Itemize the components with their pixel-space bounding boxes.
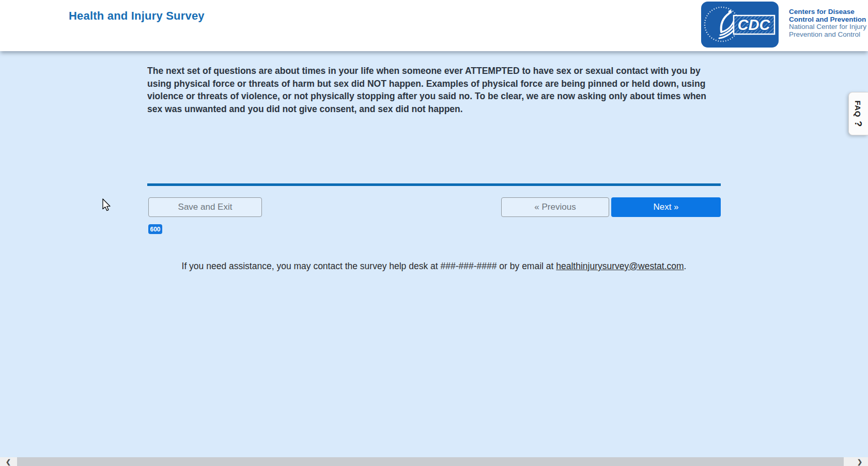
save-and-exit-button[interactable]: Save and Exit [148, 197, 262, 217]
faq-tab-rotated-text: FAQ ? [853, 101, 864, 127]
scroll-right-arrow-icon[interactable]: ❯ [854, 457, 866, 466]
survey-intro-text: The next set of questions are about time… [147, 65, 721, 115]
help-text-before-phone: If you need assistance, you may contact … [182, 261, 441, 271]
cdc-center-line2: Prevention and Control [789, 31, 866, 39]
cdc-org-line2: Control and Prevention [789, 16, 866, 24]
help-email-link[interactable]: healthinjurysurvey@westat.com [556, 261, 684, 271]
cdc-center-line1: National Center for Injury [789, 23, 866, 31]
survey-content: The next set of questions are about time… [147, 51, 721, 457]
question-mark-icon: ? [853, 121, 864, 127]
question-number-badge: 600 [148, 224, 162, 234]
header: Health and Injury Survey CDC Centers f [0, 0, 868, 51]
faq-tab-label: FAQ [854, 101, 863, 117]
cdc-logo-icon: CDC [701, 2, 779, 48]
page-title: Health and Injury Survey [69, 9, 205, 23]
help-phone: ###-###-#### [441, 261, 497, 271]
help-desk-text: If you need assistance, you may contact … [147, 261, 721, 272]
cdc-acronym-box: CDC [734, 15, 774, 34]
cdc-org-text: Centers for Disease Control and Preventi… [789, 8, 866, 38]
help-text-between: or by email at [497, 261, 556, 271]
horizontal-scrollbar[interactable]: ❮ ❯ [0, 457, 868, 466]
cdc-org-line1: Centers for Disease [789, 8, 866, 16]
scroll-left-arrow-icon[interactable]: ❮ [2, 457, 14, 466]
mouse-cursor-icon [101, 198, 113, 212]
section-divider [147, 183, 721, 186]
previous-button[interactable]: « Previous [501, 197, 609, 217]
cdc-acronym-text: CDC [738, 17, 771, 33]
scrollbar-thumb[interactable] [17, 457, 844, 466]
faq-tab[interactable]: FAQ ? [848, 92, 868, 135]
help-text-after: . [684, 261, 687, 271]
next-button[interactable]: Next » [611, 197, 721, 217]
